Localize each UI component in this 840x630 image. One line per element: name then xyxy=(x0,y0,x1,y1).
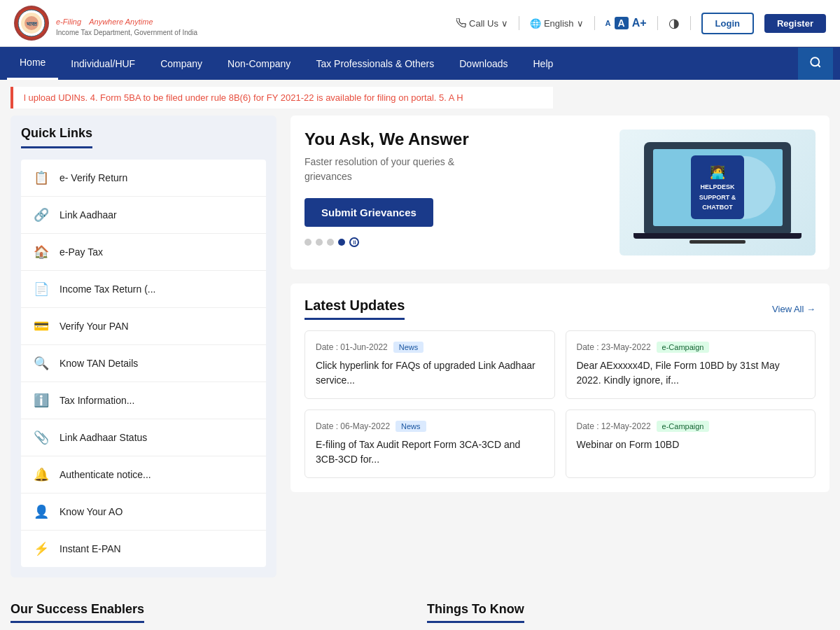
right-content: You Ask, We Answer Faster resolution of … xyxy=(290,115,830,578)
divider2 xyxy=(594,16,595,30)
updates-grid: Date : 01-Jun-2022 News Click hyperlink … xyxy=(304,330,816,478)
nav-help[interactable]: Help xyxy=(521,48,566,79)
bottom-sections: Our Success Enablers Things To Know xyxy=(0,602,840,629)
nav-non-company[interactable]: Non-Company xyxy=(215,48,303,79)
helpdesk-line1: HELPDESK xyxy=(699,182,736,192)
quick-links-list: 📋 e- Verify Return 🔗 Link Aadhaar 🏠 e-Pa… xyxy=(21,160,266,567)
logo-title: e-Filing Anywhere Anytime xyxy=(56,10,197,29)
update-text-2: Dear AExxxxx4D, File Form 10BD by 31st M… xyxy=(577,358,805,388)
hero-image: 🧑‍💻 HELPDESK SUPPORT & CHATBOT xyxy=(620,130,816,255)
dot-4[interactable] xyxy=(338,239,345,246)
quick-link-instant-epan[interactable]: ⚡ Instant E-PAN xyxy=(21,531,266,567)
nav-downloads[interactable]: Downloads xyxy=(447,48,520,79)
quick-link-label: Instant E-PAN xyxy=(59,543,121,554)
update-card-2[interactable]: Date : 23-May-2022 e-Campaign Dear AExxx… xyxy=(566,330,816,399)
quick-link-tax-info[interactable]: ℹ️ Tax Information... xyxy=(21,382,266,419)
view-all-link[interactable]: View All → xyxy=(772,304,816,314)
update-text-4: Webinar on Form 10BD xyxy=(577,438,805,452)
svg-text:भारत: भारत xyxy=(27,21,37,27)
dot-3[interactable] xyxy=(327,239,334,246)
update-date-2: Date : 23-May-2022 xyxy=(577,342,651,352)
submit-grievances-button[interactable]: Submit Grievances xyxy=(304,198,433,227)
latest-updates-section: Latest Updates View All → Date : 01-Jun-… xyxy=(290,284,830,492)
quick-link-aadhaar-status[interactable]: 📎 Link Aadhaar Status xyxy=(21,419,266,456)
know-ao-icon: 👤 xyxy=(31,502,51,522)
update-card-4[interactable]: Date : 12-May-2022 e-Campaign Webinar on… xyxy=(566,410,816,478)
divider4 xyxy=(690,16,691,30)
updates-title: Latest Updates xyxy=(304,298,405,320)
quick-link-verify-pan[interactable]: 💳 Verify Your PAN xyxy=(21,308,266,345)
hero-title: You Ask, We Answer xyxy=(304,130,606,149)
quick-links-panel: Quick Links 📋 e- Verify Return 🔗 Link Aa… xyxy=(10,115,276,578)
quick-link-tan[interactable]: 🔍 Know TAN Details xyxy=(21,345,266,382)
update-text-3: E-filing of Tax Audit Report Form 3CA-3C… xyxy=(316,438,544,467)
dot-2[interactable] xyxy=(316,239,323,246)
aadhaar-status-icon: 📎 xyxy=(31,428,51,447)
quick-link-label: Income Tax Return (... xyxy=(59,284,155,295)
hero-text: You Ask, We Answer Faster resolution of … xyxy=(304,130,606,247)
divider xyxy=(519,16,519,30)
quick-link-label: Know Your AO xyxy=(59,506,122,517)
update-badge-1: News xyxy=(393,342,424,353)
quick-link-label: Tax Information... xyxy=(59,395,134,406)
link-aadhaar-icon: 🔗 xyxy=(31,205,51,225)
quick-link-link-aadhaar[interactable]: 🔗 Link Aadhaar xyxy=(21,197,266,234)
font-medium-btn[interactable]: A xyxy=(615,17,629,29)
register-button[interactable]: Register xyxy=(764,14,826,33)
authenticate-icon: 🔔 xyxy=(31,465,51,484)
pause-btn[interactable]: ⏸ xyxy=(349,237,359,247)
helpdesk-line3: CHATBOT xyxy=(699,202,736,212)
quick-link-itr[interactable]: 📄 Income Tax Return (... xyxy=(21,271,266,308)
contrast-btn[interactable]: ◑ xyxy=(668,15,680,31)
nav-tax-professionals[interactable]: Tax Professionals & Others xyxy=(303,48,447,79)
update-meta-3: Date : 06-May-2022 News xyxy=(316,421,544,432)
font-small-btn[interactable]: A xyxy=(606,19,611,27)
update-text-1: Click hyperlink for FAQs of upgraded Lin… xyxy=(316,358,544,388)
nav-home[interactable]: Home xyxy=(7,47,58,80)
epay-icon: 🏠 xyxy=(31,242,51,262)
dot-1[interactable] xyxy=(304,239,312,246)
hero-carousel-dots: ⏸ xyxy=(304,237,606,247)
quick-link-label: e-Pay Tax xyxy=(59,246,103,258)
font-large-btn[interactable]: A+ xyxy=(632,17,647,29)
e-verify-icon: 📋 xyxy=(31,168,51,188)
quick-link-label: Link Aadhaar xyxy=(59,209,117,220)
instant-epan-icon: ⚡ xyxy=(31,539,51,559)
main-content: Quick Links 📋 e- Verify Return 🔗 Link Aa… xyxy=(0,115,840,588)
svg-line-5 xyxy=(818,64,820,66)
quick-link-authenticate[interactable]: 🔔 Authenticate notice... xyxy=(21,456,266,493)
quick-link-label: Link Aadhaar Status xyxy=(59,432,147,443)
update-date-1: Date : 01-Jun-2022 xyxy=(316,342,388,352)
quick-link-e-verify[interactable]: 📋 e- Verify Return xyxy=(21,160,266,197)
quick-link-label: Know TAN Details xyxy=(59,358,138,369)
logo-subtitle: Income Tax Department, Government of Ind… xyxy=(56,29,197,36)
logo-area: भारत e-Filing Anywhere Anytime Income Ta… xyxy=(14,6,197,41)
update-card-3[interactable]: Date : 06-May-2022 News E-filing of Tax … xyxy=(304,410,555,478)
login-button[interactable]: Login xyxy=(701,13,754,34)
hero-subtitle: Faster resolution of your queries &griev… xyxy=(304,155,606,184)
language-btn[interactable]: 🌐 English ∨ xyxy=(530,18,584,29)
update-meta-2: Date : 23-May-2022 e-Campaign xyxy=(577,342,805,353)
search-button[interactable] xyxy=(798,48,833,80)
svg-point-4 xyxy=(811,57,819,66)
quick-link-epay[interactable]: 🏠 e-Pay Tax xyxy=(21,234,266,271)
quick-link-know-ao[interactable]: 👤 Know Your AO xyxy=(21,493,266,531)
tax-info-icon: ℹ️ xyxy=(31,391,51,410)
success-enablers-title: Our Success Enablers xyxy=(10,602,144,623)
things-to-know-title: Things To Know xyxy=(427,602,524,623)
quick-link-label: e- Verify Return xyxy=(59,172,127,183)
news-ticker: l upload UDINs. 4. Form 5BA to be filed … xyxy=(10,87,553,108)
nav-company[interactable]: Company xyxy=(148,48,215,79)
itr-icon: 📄 xyxy=(31,279,51,299)
helpdesk-line2: SUPPORT & xyxy=(699,192,736,202)
hero-section: You Ask, We Answer Faster resolution of … xyxy=(290,115,830,270)
main-nav: Home Individual/HUF Company Non-Company … xyxy=(0,47,840,80)
quick-links-title: Quick Links xyxy=(21,126,92,148)
update-card-1[interactable]: Date : 01-Jun-2022 News Click hyperlink … xyxy=(304,330,555,399)
nav-individual[interactable]: Individual/HUF xyxy=(58,48,148,79)
things-to-know-section: Things To Know xyxy=(427,602,830,629)
update-date-3: Date : 06-May-2022 xyxy=(316,421,390,431)
header-right: Call Us ∨ 🌐 English ∨ A A A+ ◑ Login Reg… xyxy=(456,13,826,34)
quick-link-label: Verify Your PAN xyxy=(59,321,129,332)
call-us-btn[interactable]: Call Us ∨ xyxy=(456,18,508,29)
